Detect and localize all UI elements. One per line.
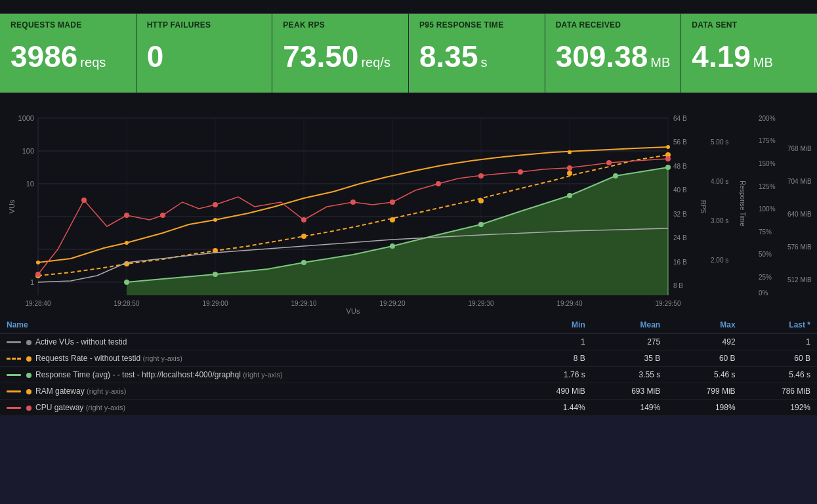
legend-min-3: 490 MiB [516, 383, 591, 400]
svg-text:16 B: 16 B [673, 259, 687, 266]
svg-point-78 [35, 272, 41, 277]
svg-point-89 [567, 165, 572, 171]
legend-mean-4: 149% [592, 400, 667, 416]
legend-name-0: Active VUs - without testid [0, 334, 516, 350]
legend-last-3: 786 MiB [742, 383, 817, 400]
legend-max-3: 799 MiB [667, 383, 742, 400]
legend-col-3: Max [667, 316, 742, 334]
legend-col-1: Min [516, 316, 591, 334]
svg-point-91 [665, 156, 671, 161]
svg-point-61 [478, 222, 484, 227]
legend-dot-3 [26, 389, 31, 394]
legend-name-2: Response Time (avg) - - test - http://lo… [0, 367, 516, 383]
svg-point-76 [568, 150, 572, 154]
svg-point-74 [125, 241, 129, 245]
metric-card-1: HTTP Failures 0 [136, 14, 273, 93]
svg-text:200%: 200% [759, 115, 776, 122]
legend-min-2: 1.76 s [516, 367, 591, 383]
svg-point-75 [213, 218, 217, 222]
svg-point-70 [478, 198, 484, 203]
svg-text:5.00 s: 5.00 s [711, 138, 728, 146]
metric-card-2: Peak RPS 73.50req/s [272, 14, 409, 93]
svg-point-57 [124, 280, 129, 285]
svg-text:4.00 s: 4.00 s [711, 178, 728, 185]
svg-point-77 [666, 145, 670, 149]
svg-text:19:28:40: 19:28:40 [26, 300, 51, 307]
legend-max-4: 198% [667, 400, 742, 416]
metric-value-5: 4.19MB [692, 41, 807, 72]
legend-max-2: 5.46 s [667, 367, 742, 383]
svg-text:0%: 0% [759, 289, 768, 297]
metric-label-5: Data Sent [692, 20, 807, 30]
legend-min-0: 1 [516, 334, 591, 350]
legend-col-0: Name [0, 316, 516, 334]
svg-point-82 [213, 202, 218, 207]
svg-text:10: 10 [26, 180, 34, 188]
metric-card-3: P95 Response Time 8.35s [409, 14, 545, 93]
legend-row-0: Active VUs - without testid 12754921 [0, 334, 817, 350]
svg-text:75%: 75% [759, 228, 772, 236]
svg-text:VUs: VUs [8, 200, 16, 213]
svg-text:1000: 1000 [18, 114, 34, 122]
legend-col-2: Mean [592, 316, 667, 334]
metric-label-3: P95 Response Time [419, 20, 534, 30]
svg-point-69 [390, 217, 395, 222]
legend-dot-0 [26, 340, 31, 345]
legend-last-1: 60 B [742, 350, 817, 367]
legend-dot-4 [26, 406, 31, 411]
performance-chart: 1000 100 10 1 VUs 19:28:40 19:28:50 19:2… [5, 105, 812, 314]
svg-point-81 [160, 213, 165, 218]
svg-text:Response Time: Response Time [739, 180, 746, 226]
svg-text:2.00 s: 2.00 s [711, 257, 728, 264]
svg-text:19:29:00: 19:29:00 [203, 300, 228, 307]
svg-text:576 MiB: 576 MiB [787, 243, 812, 251]
legend-min-1: 8 B [516, 350, 591, 367]
metric-value-1: 0 [147, 41, 262, 72]
svg-text:19:29:40: 19:29:40 [557, 300, 583, 307]
svg-text:640 MiB: 640 MiB [787, 211, 812, 218]
metric-label-1: HTTP Failures [147, 20, 262, 30]
legend-table: NameMinMeanMaxLast *Active VUs - without… [0, 316, 817, 416]
svg-text:50%: 50% [759, 251, 772, 258]
legend-mean-2: 3.55 s [592, 367, 667, 383]
svg-text:3.00 s: 3.00 s [711, 217, 728, 224]
legend-max-0: 492 [667, 334, 742, 350]
legend-name-1: Requests Rate - without testid (right y-… [0, 350, 516, 367]
svg-text:704 MiB: 704 MiB [787, 178, 812, 185]
svg-text:19:29:20: 19:29:20 [380, 300, 406, 307]
svg-text:19:29:30: 19:29:30 [469, 300, 494, 307]
metric-value-2: 73.50req/s [283, 41, 398, 72]
svg-point-71 [567, 171, 572, 176]
svg-text:40 B: 40 B [673, 186, 687, 194]
legend-line-2 [7, 374, 21, 376]
svg-text:24 B: 24 B [673, 234, 687, 242]
metrics-row: Requests Made 3986reqs HTTP Failures 0 P… [0, 13, 817, 93]
svg-text:150%: 150% [759, 160, 776, 167]
metric-card-4: Data Received 309.38MB [545, 14, 682, 93]
svg-text:19:29:10: 19:29:10 [291, 300, 317, 307]
svg-text:19:28:50: 19:28:50 [114, 300, 140, 307]
legend-name-3: RAM gateway (right y-axis) [0, 383, 516, 400]
legend-row-1: Requests Rate - without testid (right y-… [0, 350, 817, 367]
legend-col-4: Last * [742, 316, 817, 334]
legend-row-3: RAM gateway (right y-axis)490 MiB693 MiB… [0, 383, 817, 400]
svg-text:768 MiB: 768 MiB [787, 145, 812, 152]
svg-text:25%: 25% [759, 274, 772, 281]
svg-text:175%: 175% [759, 137, 776, 144]
svg-point-73 [36, 261, 40, 264]
svg-point-86 [436, 181, 441, 186]
metric-value-0: 3986reqs [10, 41, 125, 72]
metric-value-4: 309.38MB [556, 41, 671, 72]
svg-marker-56 [127, 167, 668, 295]
legend-mean-3: 693 MiB [592, 383, 667, 400]
svg-point-80 [124, 213, 129, 218]
svg-text:32 B: 32 B [673, 211, 687, 218]
svg-text:512 MiB: 512 MiB [787, 276, 812, 284]
svg-point-85 [390, 200, 395, 205]
legend-name-4: CPU gateway (right y-axis) [0, 400, 516, 416]
svg-text:8 B: 8 B [673, 282, 683, 289]
legend-mean-0: 275 [592, 334, 667, 350]
legend-last-0: 1 [742, 334, 817, 350]
svg-point-79 [81, 198, 87, 203]
header [0, 0, 817, 13]
